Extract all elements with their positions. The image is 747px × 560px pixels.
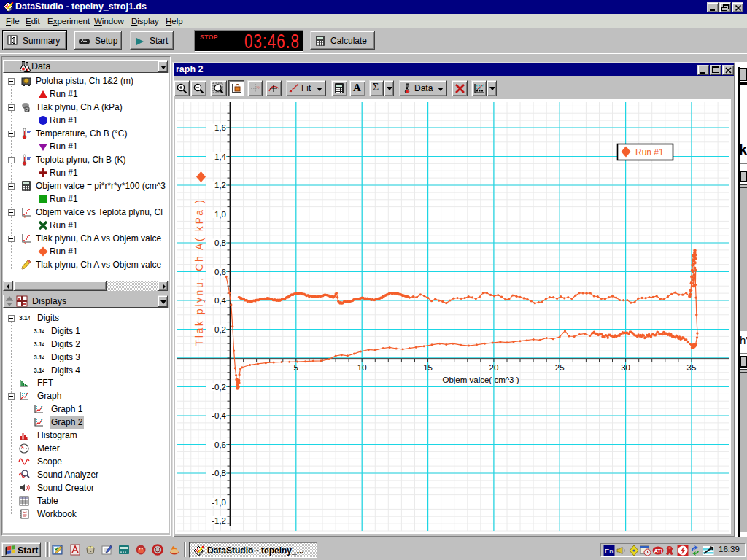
- svg-text:0,4: 0,4: [214, 296, 227, 305]
- svg-text:-1,2: -1,2: [212, 516, 226, 525]
- svg-text:3.14: 3.14: [34, 327, 44, 335]
- svg-text:ATI: ATI: [654, 548, 663, 554]
- svg-text:Run #1: Run #1: [635, 147, 664, 158]
- svg-text:20: 20: [489, 363, 499, 372]
- svg-text:3.14: 3.14: [34, 367, 44, 374]
- svg-text:x: x: [24, 214, 26, 218]
- svg-text:1,4: 1,4: [214, 152, 227, 161]
- svg-text:35: 35: [687, 363, 697, 372]
- svg-text:1,6: 1,6: [214, 123, 226, 132]
- svg-text:xy: xy: [255, 85, 261, 89]
- svg-text:-0,6: -0,6: [212, 440, 226, 449]
- svg-text:-0,4: -0,4: [212, 411, 226, 420]
- svg-text:-0,8: -0,8: [212, 469, 226, 478]
- svg-text:15: 15: [423, 363, 433, 372]
- svg-text:3.14: 3.14: [34, 341, 44, 348]
- svg-text:-0,2: -0,2: [212, 383, 226, 392]
- svg-text:3.14: 3.14: [19, 314, 30, 322]
- svg-text:10: 10: [357, 363, 367, 372]
- svg-text:0,8: 0,8: [214, 238, 226, 247]
- svg-text:25: 25: [555, 363, 565, 372]
- svg-text:Objem valce( cm^3 ): Objem valce( cm^3 ): [442, 376, 519, 384]
- svg-text:En: En: [605, 547, 614, 555]
- svg-text:5: 5: [294, 363, 298, 372]
- svg-text:x: x: [24, 241, 26, 244]
- svg-text:30: 30: [621, 363, 630, 372]
- svg-text:3.14: 3.14: [34, 354, 44, 361]
- svg-text:Tlak plynu, Ch A( kPa ): Tlak plynu, Ch A( kPa ): [193, 198, 205, 346]
- svg-text:1,2: 1,2: [214, 181, 226, 190]
- svg-text:1,0: 1,0: [214, 210, 226, 219]
- svg-text:0,6: 0,6: [214, 268, 226, 276]
- svg-text:-1,0: -1,0: [212, 498, 226, 507]
- svg-text:0,2: 0,2: [214, 325, 226, 334]
